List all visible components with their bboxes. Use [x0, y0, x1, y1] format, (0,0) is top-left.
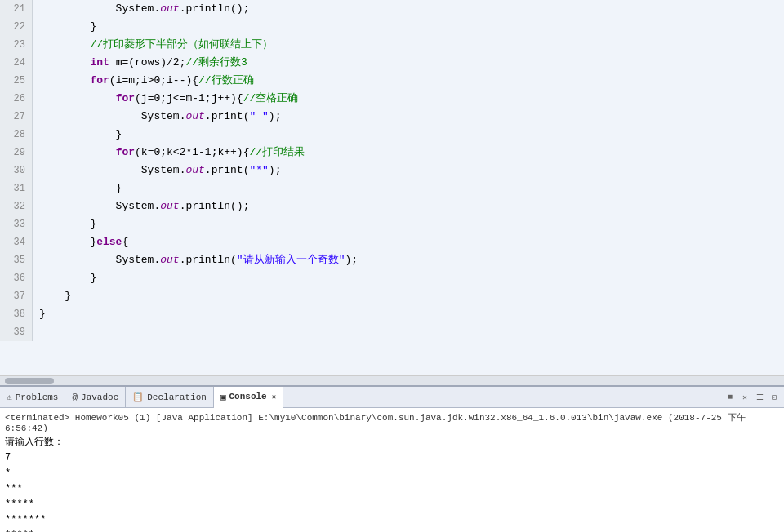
console-line: 请输入行数：	[5, 435, 779, 450]
tab-console[interactable]: ▣ Console ✕	[214, 387, 283, 408]
line-number: 38	[0, 305, 33, 323]
code-line: 30 System.out.print("*");	[0, 162, 784, 180]
tab-problems-label: Problems	[16, 392, 59, 402]
tab-declaration[interactable]: 📋 Declaration	[126, 387, 214, 407]
line-content: }	[33, 215, 96, 233]
tab-bar: ⚠ Problems @ Javadoc 📋 Declaration ▣ Con…	[0, 387, 784, 408]
line-number: 35	[0, 251, 33, 269]
line-number: 39	[0, 323, 33, 341]
line-content: for(j=0;j<=m-i;j++){//空格正确	[33, 90, 298, 108]
code-line: 29 for(k=0;k<2*i-1;k++){//打印结果	[0, 144, 784, 162]
line-content: }	[33, 126, 122, 144]
line-number: 32	[0, 197, 33, 215]
line-content: //打印菱形下半部分（如何联结上下）	[33, 36, 273, 54]
code-line: 22 }	[0, 18, 784, 36]
line-content: }	[33, 180, 122, 197]
code-line: 23 //打印菱形下半部分（如何联结上下）	[0, 36, 784, 54]
line-content: for(k=0;k<2*i-1;k++){//打印结果	[33, 144, 305, 162]
code-line: 25 for(i=m;i>0;i--){//行数正确	[0, 72, 784, 90]
console-line: *	[5, 466, 779, 481]
tab-problems[interactable]: ⚠ Problems	[0, 387, 65, 407]
line-number: 37	[0, 287, 33, 305]
code-line: 37 }	[0, 287, 784, 305]
code-lines: 21 System.out.println();22 }23 //打印菱形下半部…	[0, 0, 784, 375]
line-content: }	[33, 305, 46, 323]
line-number: 33	[0, 215, 33, 233]
code-line: 38}	[0, 305, 784, 323]
console-close-icon: ✕	[272, 392, 276, 401]
bottom-panel: ⚠ Problems @ Javadoc 📋 Declaration ▣ Con…	[0, 385, 784, 532]
line-number: 22	[0, 18, 33, 36]
line-content: }	[33, 18, 96, 36]
tab-javadoc[interactable]: @ Javadoc	[65, 387, 126, 407]
code-line: 33 }	[0, 215, 784, 233]
line-number: 30	[0, 162, 33, 180]
tab-actions: ■ ✕ ☰ ⊡	[720, 387, 784, 407]
line-content: for(i=m;i>0;i--){//行数正确	[33, 72, 254, 90]
line-number: 23	[0, 36, 33, 54]
declaration-icon: 📋	[132, 392, 144, 402]
remove-button[interactable]: ✕	[738, 391, 751, 404]
javadoc-icon: @	[72, 392, 78, 402]
line-number: 29	[0, 144, 33, 162]
code-line: 31 }	[0, 180, 784, 197]
code-line: 21 System.out.println();	[0, 0, 784, 18]
line-number: 36	[0, 269, 33, 287]
line-number: 28	[0, 126, 33, 144]
code-line: 36 }	[0, 269, 784, 287]
console-line: *******	[5, 512, 779, 527]
console-line: *****	[5, 528, 779, 532]
maximize-button[interactable]: ⊡	[768, 391, 781, 404]
line-content: System.out.println("请从新输入一个奇数");	[33, 251, 358, 269]
code-editor: 21 System.out.println();22 }23 //打印菱形下半部…	[0, 0, 784, 385]
console-output: 请输入行数：7 * *** ************ ***** *** *	[5, 435, 779, 532]
code-line: 34 }else{	[0, 233, 784, 251]
line-content: }	[33, 287, 71, 305]
line-number: 31	[0, 180, 33, 197]
tab-javadoc-label: Javadoc	[81, 392, 118, 402]
code-line: 39	[0, 323, 784, 341]
code-line: 26 for(j=0;j<=m-i;j++){//空格正确	[0, 90, 784, 108]
line-number: 34	[0, 233, 33, 251]
console-icon: ▣	[220, 392, 226, 402]
line-number: 21	[0, 0, 33, 18]
code-line: 32 System.out.println();	[0, 197, 784, 215]
line-content: }	[33, 269, 96, 287]
line-number: 25	[0, 72, 33, 90]
line-number: 27	[0, 108, 33, 126]
code-line: 27 System.out.print(" ");	[0, 108, 784, 126]
tab-console-label: Console	[229, 392, 267, 401]
line-content: int m=(rows)/2;//剩余行数3	[33, 54, 247, 72]
code-line: 35 System.out.println("请从新输入一个奇数");	[0, 251, 784, 269]
console-line: *****	[5, 497, 779, 512]
code-line: 28 }	[0, 126, 784, 144]
line-content: System.out.print(" ");	[33, 108, 281, 126]
problems-icon: ⚠	[7, 392, 12, 402]
console-header: <terminated> Homework05 (1) [Java Applic…	[5, 411, 779, 433]
console-area: <terminated> Homework05 (1) [Java Applic…	[0, 408, 784, 532]
line-content: System.out.println();	[33, 197, 249, 215]
tab-declaration-label: Declaration	[147, 392, 207, 402]
line-number: 26	[0, 90, 33, 108]
stop-button[interactable]: ■	[724, 391, 737, 404]
horizontal-scrollbar[interactable]	[0, 375, 784, 385]
code-line: 24 int m=(rows)/2;//剩余行数3	[0, 54, 784, 72]
line-content: System.out.print("*");	[33, 162, 281, 180]
line-number: 24	[0, 54, 33, 72]
line-content: }else{	[33, 233, 128, 251]
console-line: ***	[5, 481, 779, 496]
line-content: System.out.println();	[33, 0, 249, 18]
code-content: 21 System.out.println();22 }23 //打印菱形下半部…	[0, 0, 784, 375]
scrollbar-thumb[interactable]	[5, 378, 54, 384]
menu-button[interactable]: ☰	[753, 391, 766, 404]
console-line: 7	[5, 450, 779, 465]
